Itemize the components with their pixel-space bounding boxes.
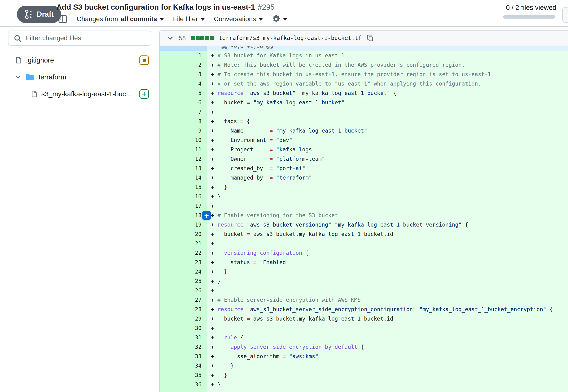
line-number[interactable]: 31 (160, 333, 207, 342)
line-content: bucket = aws_s3_bucket.my_kafka_log_east… (217, 314, 393, 323)
chevron-down-icon (283, 18, 287, 21)
addition-marker: + (207, 267, 217, 276)
file-icon (15, 56, 22, 64)
tree-item-label: .gitignore (26, 56, 54, 64)
line-number[interactable]: 8 (160, 117, 207, 126)
line-content: rule { (217, 333, 243, 342)
line-number[interactable]: 13 (160, 164, 207, 173)
tree-item-s3-bucket-file[interactable]: s3_my-kafka-log-east-1-buc... + (0, 85, 155, 102)
file-added-badge: + (139, 89, 149, 99)
line-number[interactable]: 25 (160, 276, 207, 286)
line-content: resource "aws_s3_bucket" "my_kafka_log_e… (217, 88, 397, 98)
line-number[interactable]: 16 (160, 192, 207, 201)
line-code: + sse_algorithm = "aws:kms" (207, 351, 568, 361)
line-number[interactable]: 17 (160, 201, 207, 210)
addition-marker: + (207, 182, 217, 192)
conversations-dropdown[interactable]: Conversations (214, 15, 263, 23)
gear-icon (272, 15, 281, 23)
collapse-sidebar-icon[interactable] (58, 14, 67, 24)
addition-marker: + (207, 342, 217, 351)
changes-from-dropdown[interactable]: Changes from all commits (77, 15, 164, 23)
diff-settings-dropdown[interactable] (272, 15, 287, 23)
file-path: terraform/s3_my-kafka-log-east-1-bucket.… (219, 35, 362, 41)
diff-line: 30+ (160, 323, 568, 333)
line-number[interactable]: 11 (160, 145, 207, 154)
diff-line: 26+ (160, 286, 568, 295)
tree-item-gitignore[interactable]: .gitignore (0, 52, 155, 69)
file-tree-sidebar: .gitignore terraform s3_my-kafka-log-eas… (0, 27, 155, 392)
addition-marker: + (207, 164, 217, 173)
line-code: + managed_by = "terraform" (207, 173, 568, 182)
addition-marker: + (207, 88, 217, 98)
tree-item-label: terraform (39, 73, 66, 81)
line-number[interactable]: 5 (160, 88, 207, 98)
copy-path-icon[interactable] (367, 35, 374, 42)
line-number[interactable]: 18 (160, 210, 207, 220)
line-number[interactable]: 12 (160, 154, 207, 164)
add-comment-button[interactable]: + (202, 211, 211, 220)
line-number[interactable]: 10 (160, 135, 207, 145)
diff-line: 11+ Project = "kafka-logs" (160, 145, 568, 154)
diff-line: 23+ status = "Enabled" (160, 258, 568, 267)
line-number[interactable]: 4 (160, 79, 207, 88)
diff-line: 19+resource "aws_s3_bucket_versioning" "… (160, 220, 568, 229)
line-code: + (207, 323, 568, 333)
line-number[interactable]: 23 (160, 258, 207, 267)
line-number[interactable]: 14 (160, 173, 207, 182)
line-content: bucket = "my-kafka-log-east-1-bucket" (217, 98, 344, 107)
review-changes-button[interactable]: R (562, 7, 568, 23)
line-number[interactable]: 26 (160, 286, 207, 295)
addition-marker: + (207, 201, 217, 210)
line-content: apply_server_side_encryption_by_default … (217, 342, 364, 351)
line-content: # S3 bucket for Kafka logs in us-east-1 (217, 51, 344, 60)
line-number[interactable]: 20 (160, 229, 207, 239)
line-code: + } (207, 182, 568, 192)
line-number[interactable]: 30 (160, 323, 207, 333)
line-number[interactable]: 9 (160, 126, 207, 135)
pr-number: #295 (258, 3, 275, 11)
line-content: bucket = aws_s3_bucket.my_kafka_log_east… (217, 229, 393, 239)
line-number[interactable]: 3 (160, 70, 207, 79)
line-number[interactable]: 29 (160, 314, 207, 323)
diff-panel: 58 terraform/s3_my-kafka-log-east-1-buck… (159, 30, 568, 392)
addition-marker: + (207, 361, 217, 370)
line-number[interactable]: 2 (160, 60, 207, 70)
addition-marker: + (207, 370, 217, 380)
line-number[interactable] (160, 389, 207, 392)
diff-line: 1+# S3 bucket for Kafka logs in us-east-… (160, 51, 568, 60)
line-code: + Owner = "platform-team" (207, 154, 568, 164)
diff-line: 36+} (160, 380, 568, 389)
collapse-file-chevron-icon[interactable] (167, 35, 174, 42)
line-number[interactable]: 27 (160, 295, 207, 305)
line-number[interactable]: 22 (160, 248, 207, 258)
line-content: } (217, 192, 221, 201)
line-number[interactable]: 19 (160, 220, 207, 229)
addition-marker: + (207, 173, 217, 182)
file-icon (30, 90, 38, 98)
diff-file-header: 58 terraform/s3_my-kafka-log-east-1-buck… (160, 30, 568, 46)
filter-changed-files-input[interactable] (8, 30, 151, 46)
tree-item-label: s3_my-kafka-log-east-1-buc... (41, 90, 132, 98)
line-number[interactable]: 21 (160, 239, 207, 248)
line-number[interactable]: 28 (160, 305, 207, 314)
line-number[interactable]: 34 (160, 361, 207, 370)
line-number[interactable]: 36 (160, 380, 207, 389)
diff-line: 31+ rule { (160, 333, 568, 342)
diff-lines: 1+# S3 bucket for Kafka logs in us-east-… (160, 51, 568, 392)
addition-marker: + (207, 333, 217, 342)
diff-line: 4+# or set the aws_region variable to "u… (160, 79, 568, 88)
line-code: + } (207, 361, 568, 370)
line-number[interactable]: 7 (160, 107, 207, 117)
file-filter-dropdown[interactable]: File filter (173, 15, 205, 23)
diff-line: 17+ (160, 201, 568, 210)
tree-item-terraform-folder[interactable]: terraform (0, 69, 155, 85)
files-viewed-progress (503, 15, 555, 19)
line-number[interactable]: 35 (160, 370, 207, 380)
line-number[interactable]: 6 (160, 98, 207, 107)
line-number[interactable]: 33 (160, 351, 207, 361)
line-number[interactable]: 1 (160, 51, 207, 60)
line-number[interactable]: 32 (160, 342, 207, 351)
line-number[interactable]: 15 (160, 182, 207, 192)
line-number[interactable]: 24 (160, 267, 207, 276)
addition-marker: + (207, 192, 217, 201)
